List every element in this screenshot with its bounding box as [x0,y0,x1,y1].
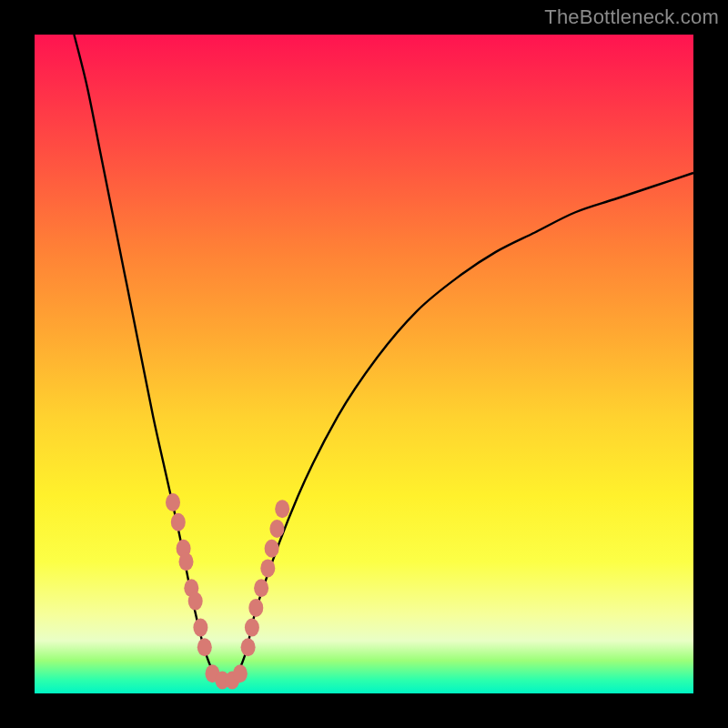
marker-point [188,592,203,611]
marker-layer [166,493,289,690]
marker-point [241,638,256,656]
chart-svg [35,35,693,693]
bottleneck-curve [74,35,693,683]
marker-point [275,500,289,518]
marker-point [197,638,212,656]
marker-point [166,493,180,511]
marker-point [171,513,186,531]
marker-point [193,619,207,637]
plot-area [35,35,693,693]
marker-point [254,579,268,597]
watermark-text: TheBottleneck.com [544,5,719,29]
marker-point [248,599,263,617]
marker-point [265,540,279,558]
marker-point [269,520,284,538]
marker-point [260,559,275,577]
marker-point [245,619,259,637]
marker-point [179,552,194,571]
curve-layer [74,35,693,683]
marker-point [233,664,248,682]
chart-frame: TheBottleneck.com [0,0,728,728]
